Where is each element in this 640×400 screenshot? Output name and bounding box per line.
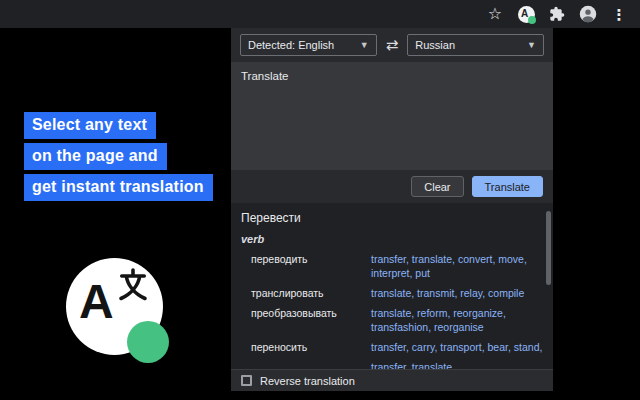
browser-menu-icon[interactable]: ⋮ bbox=[610, 5, 628, 23]
translate-popup: Detected: English ▼ ⇄ Russian ▼ Translat… bbox=[231, 28, 553, 391]
promo-line-1: Select any text bbox=[24, 112, 156, 139]
translation-word: преобразовывать bbox=[251, 306, 365, 334]
page-background: ☆ A ⋮ Select any text on the page and ge… bbox=[0, 0, 640, 400]
extension-logo: A bbox=[66, 258, 163, 355]
chevron-down-icon: ▼ bbox=[527, 40, 536, 50]
translation-word: транслировать bbox=[251, 286, 365, 300]
target-language-value: Russian bbox=[415, 39, 455, 51]
translate-extension-icon[interactable]: A bbox=[517, 5, 535, 23]
swap-languages-icon[interactable]: ⇄ bbox=[383, 36, 402, 54]
source-language-select[interactable]: Detected: English ▼ bbox=[240, 34, 377, 56]
logo-hieroglyph-icon bbox=[115, 267, 151, 303]
translation-word bbox=[251, 360, 365, 369]
translation-row: transfer, translate bbox=[241, 360, 543, 369]
browser-toolbar: ☆ A ⋮ bbox=[0, 0, 640, 28]
promo-line-2: on the page and bbox=[24, 143, 167, 170]
promo-line-3: get instant translation bbox=[24, 174, 213, 201]
translation-row: переносить transfer, carry, transport, b… bbox=[241, 340, 543, 354]
translation-results: Перевести verb переводить transfer, tran… bbox=[231, 203, 553, 369]
extension-logo-letter: A bbox=[521, 8, 528, 19]
logo-letter-a: A bbox=[79, 274, 114, 329]
profile-avatar[interactable] bbox=[579, 5, 597, 23]
source-language-value: Detected: English bbox=[248, 39, 334, 51]
dots-glyph: ⋮ bbox=[612, 7, 627, 22]
input-area: Translate bbox=[231, 62, 553, 170]
target-language-select[interactable]: Russian ▼ bbox=[407, 34, 544, 56]
translation-meanings[interactable]: transfer, translate, convert, move, inte… bbox=[371, 252, 543, 280]
reverse-translation-checkbox[interactable] bbox=[241, 375, 252, 386]
translation-row: переводить transfer, translate, convert,… bbox=[241, 252, 543, 280]
extensions-puzzle-icon[interactable] bbox=[548, 5, 566, 23]
translation-row: транслировать translate, transmit, relay… bbox=[241, 286, 543, 300]
star-glyph: ☆ bbox=[488, 6, 502, 22]
action-buttons-row: Clear Translate bbox=[231, 170, 553, 203]
promo-text: Select any text on the page and get inst… bbox=[24, 112, 213, 205]
extension-logo-green-dot bbox=[528, 16, 536, 24]
translation-meanings[interactable]: translate, reform, reorganize, transfash… bbox=[371, 306, 543, 334]
translation-meanings[interactable]: transfer, translate bbox=[371, 360, 543, 369]
reverse-translation-label: Reverse translation bbox=[260, 375, 355, 387]
chevron-down-icon: ▼ bbox=[360, 40, 369, 50]
translation-meanings[interactable]: transfer, carry, transport, bear, stand, bbox=[371, 340, 543, 354]
logo-green-circle bbox=[127, 321, 169, 363]
part-of-speech-label: verb bbox=[241, 233, 543, 245]
language-selector-row: Detected: English ▼ ⇄ Russian ▼ bbox=[231, 28, 553, 62]
extension-logo-mini: A bbox=[518, 6, 535, 23]
translation-row: преобразовывать translate, reform, reorg… bbox=[241, 306, 543, 334]
translation-result-title: Перевести bbox=[241, 211, 543, 225]
translation-meanings[interactable]: translate, transmit, relay, compile bbox=[371, 286, 543, 300]
results-scrollbar[interactable] bbox=[546, 211, 551, 285]
bookmark-star-icon[interactable]: ☆ bbox=[486, 5, 504, 23]
translation-word: переносить bbox=[251, 340, 365, 354]
translation-word: переводить bbox=[251, 252, 365, 280]
reverse-translation-row: Reverse translation bbox=[231, 369, 553, 391]
clear-button[interactable]: Clear bbox=[411, 176, 463, 197]
translate-button[interactable]: Translate bbox=[472, 176, 543, 197]
source-text-input[interactable]: Translate bbox=[231, 62, 553, 170]
